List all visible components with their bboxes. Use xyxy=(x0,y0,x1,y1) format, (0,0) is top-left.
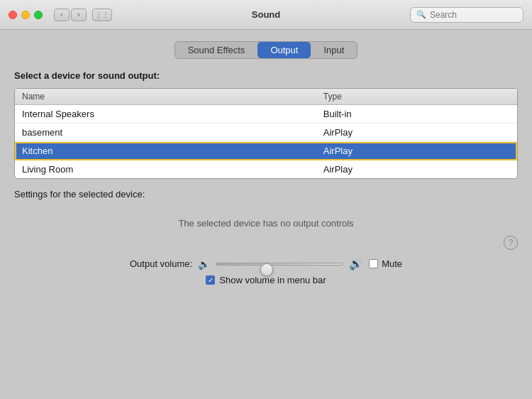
device-name-cell: basement xyxy=(15,124,316,142)
volume-row: Output volume: 🔈 🔊 Mute xyxy=(130,257,402,270)
table-row[interactable]: KitchenAirPlay xyxy=(15,142,517,160)
volume-low-icon: 🔈 xyxy=(198,258,210,270)
device-name-cell: Kitchen xyxy=(15,142,316,160)
mute-checkbox[interactable] xyxy=(369,259,378,268)
tab-input[interactable]: Input xyxy=(311,42,357,58)
show-volume-checkbox[interactable] xyxy=(206,275,215,285)
no-controls-message: The selected device has no output contro… xyxy=(14,204,518,236)
volume-high-icon: 🔊 xyxy=(349,257,363,270)
grid-button[interactable]: ⋮⋮ xyxy=(92,9,112,21)
section-title: Select a device for sound output: xyxy=(14,70,518,81)
titlebar: ‹ › ⋮⋮ Sound 🔍 xyxy=(0,0,532,30)
back-button[interactable]: ‹ xyxy=(54,9,70,21)
nav-buttons: ‹ › xyxy=(54,9,87,21)
settings-label: Settings for the selected device: xyxy=(14,189,518,200)
tab-sound-effects[interactable]: Sound Effects xyxy=(175,42,258,58)
mute-container: Mute xyxy=(369,258,402,269)
table-row[interactable]: basementAirPlay xyxy=(15,124,517,142)
device-table-container: Name Type Internal SpeakersBuilt-inbasem… xyxy=(14,88,518,179)
show-volume-label: Show volume in menu bar xyxy=(219,275,326,285)
show-volume-row: Show volume in menu bar xyxy=(206,275,326,285)
search-input[interactable] xyxy=(430,10,517,20)
tabs-container: Sound Effects Output Input xyxy=(14,41,518,59)
forward-button[interactable]: › xyxy=(71,9,87,21)
volume-label: Output volume: xyxy=(130,258,192,269)
col-header-name: Name xyxy=(15,89,316,105)
device-type-cell: AirPlay xyxy=(316,160,517,179)
search-box: 🔍 xyxy=(410,7,523,23)
search-icon: 🔍 xyxy=(416,10,426,19)
volume-slider-container[interactable] xyxy=(216,258,343,270)
tab-output[interactable]: Output xyxy=(257,42,311,58)
help-button[interactable]: ? xyxy=(504,236,518,250)
slider-track xyxy=(216,263,343,266)
device-name-cell: Internal Speakers xyxy=(15,105,316,124)
device-type-cell: Built-in xyxy=(316,105,517,124)
device-name-cell: Living Room xyxy=(15,160,316,179)
traffic-lights xyxy=(9,11,43,19)
window-title: Sound xyxy=(252,9,280,20)
device-table: Name Type Internal SpeakersBuilt-inbasem… xyxy=(15,89,517,178)
device-type-cell: AirPlay xyxy=(316,124,517,142)
col-header-type: Type xyxy=(316,89,517,105)
slider-thumb[interactable] xyxy=(260,263,273,276)
main-content: Sound Effects Output Input Select a devi… xyxy=(0,30,532,399)
device-type-cell: AirPlay xyxy=(316,142,517,160)
table-header-row: Name Type xyxy=(15,89,517,105)
close-button[interactable] xyxy=(9,11,17,19)
titlebar-left: ‹ › ⋮⋮ xyxy=(9,9,112,21)
bottom-controls: Output volume: 🔈 🔊 Mute Show volume in m… xyxy=(14,254,518,285)
maximize-button[interactable] xyxy=(34,11,43,19)
help-btn-container: ? xyxy=(14,236,518,250)
minimize-button[interactable] xyxy=(21,11,30,19)
table-row[interactable]: Internal SpeakersBuilt-in xyxy=(15,105,517,124)
mute-label: Mute xyxy=(382,258,402,269)
tabs: Sound Effects Output Input xyxy=(174,41,358,59)
table-row[interactable]: Living RoomAirPlay xyxy=(15,160,517,179)
